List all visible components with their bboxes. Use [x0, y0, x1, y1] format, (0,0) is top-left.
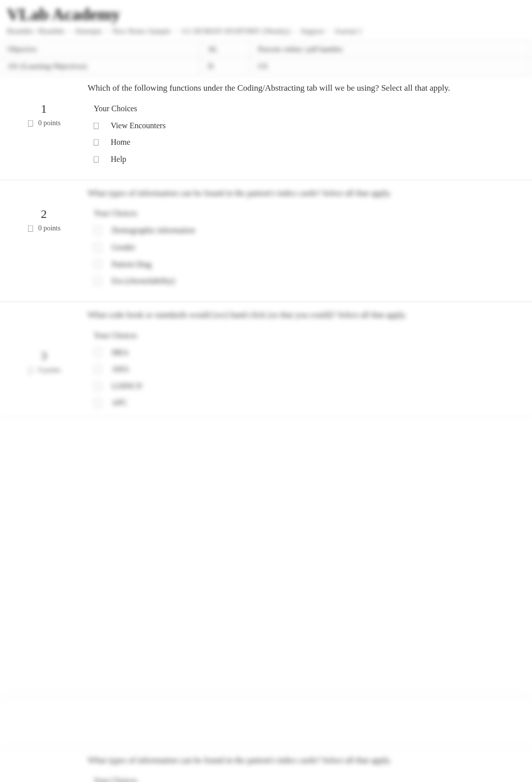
checkbox-icon[interactable] — [94, 382, 102, 390]
question-block-4: What types of information can be found i… — [0, 747, 532, 782]
choice-row[interactable]: Era (chronolability) — [88, 273, 522, 290]
checkbox-icon[interactable]: ⎕ — [94, 155, 101, 164]
points-label: 0 points — [38, 119, 61, 127]
info-table: Objective AL Parsons online | pdf handin… — [0, 41, 532, 75]
status-icon: ⎕ — [27, 366, 34, 375]
chevron-right-icon: › — [175, 27, 177, 35]
question-body: What types of information can be found i… — [88, 754, 532, 782]
status-icon: ⎕ — [27, 224, 34, 233]
cell-value: US — [251, 58, 532, 75]
choice-row[interactable]: LOINC® — [88, 378, 522, 395]
question-body: Which of the following functions under t… — [88, 82, 532, 168]
cell-value: Parsons online | pdf handins — [251, 41, 532, 58]
choice-label: Demographic information — [112, 224, 195, 237]
cell-label: 101 (Learning Objectives) — [1, 58, 201, 75]
cell-label: Objective — [1, 41, 201, 58]
breadcrumb-item[interactable]: Bramble / Bramble — [7, 27, 65, 35]
question-prompt: What types of information can be found i… — [88, 187, 522, 199]
question-side: 1 ⎕ 0 points — [0, 82, 88, 128]
choice-row[interactable]: AHA — [88, 361, 522, 378]
checkbox-icon[interactable] — [94, 226, 102, 234]
question-prompt: What code book or standards would (we) h… — [88, 309, 522, 321]
choice-label: Gender — [112, 241, 135, 254]
choices-header: Your Choices — [94, 776, 522, 782]
points-label: 0 points — [38, 366, 61, 374]
page-title: VLab Academy — [0, 0, 532, 27]
checkbox-icon[interactable] — [94, 365, 102, 373]
choice-label: LOINC® — [112, 380, 142, 393]
points-label: 0 points — [38, 224, 61, 232]
checkbox-icon[interactable] — [94, 277, 102, 285]
cell-value: D — [201, 58, 251, 75]
cell-value: AL — [201, 41, 251, 58]
choices-header: Your Choices — [94, 331, 522, 340]
choice-row[interactable]: ⎕ Home — [88, 134, 522, 151]
choice-row[interactable]: APC — [88, 394, 522, 411]
ad-region — [0, 417, 532, 697]
question-side: 3 ⎕ 0 points — [0, 309, 88, 375]
table-row: 101 (Learning Objectives) D US — [1, 58, 532, 75]
question-side: 2 ⎕ 0 points — [0, 187, 88, 233]
choice-row[interactable]: Demographic information — [88, 222, 522, 239]
chevron-right-icon: › — [328, 27, 331, 35]
choice-label: APC — [112, 396, 127, 409]
choice-label: View Encounters — [111, 119, 166, 132]
table-row: Objective AL Parsons online | pdf handin… — [1, 41, 532, 58]
choice-label: AHA — [112, 363, 129, 376]
choice-row[interactable]: ⎕ View Encounters — [88, 117, 522, 134]
choice-label: HRA — [112, 346, 129, 359]
question-number: 2 — [0, 207, 88, 221]
breadcrumb-item[interactable]: Journal 1 — [335, 27, 362, 35]
chevron-right-icon: › — [294, 27, 297, 35]
spacer — [0, 697, 532, 747]
checkbox-icon[interactable] — [94, 243, 102, 251]
checkbox-icon[interactable]: ⎕ — [94, 121, 101, 130]
choice-label: Patient Diag — [112, 258, 152, 271]
question-number: 1 — [0, 102, 88, 116]
breadcrumb-item[interactable]: Support — [301, 27, 325, 35]
checkbox-icon[interactable] — [94, 260, 102, 268]
breadcrumb-item[interactable]: 111 HUMAN ANATOMY (Weekly) — [181, 27, 290, 35]
choices-header: Your Choices — [94, 209, 522, 218]
choice-label: Home — [111, 136, 130, 149]
question-block-1: 1 ⎕ 0 points Which of the following func… — [0, 75, 532, 180]
checkbox-icon[interactable]: ⎕ — [94, 138, 101, 147]
choice-row[interactable]: HRA — [88, 344, 522, 361]
question-prompt: Which of the following functions under t… — [88, 82, 522, 94]
question-number: 3 — [0, 349, 88, 363]
chevron-right-icon: › — [69, 27, 71, 35]
breadcrumb-item[interactable]: New Remo Sample — [112, 27, 171, 35]
question-body: What types of information can be found i… — [88, 187, 532, 290]
chevron-right-icon: › — [106, 27, 108, 35]
choice-row[interactable]: ⎕ Help — [88, 151, 522, 168]
choice-row[interactable]: Patient Diag — [88, 256, 522, 273]
question-block-2: 2 ⎕ 0 points What types of information c… — [0, 180, 532, 302]
choices-header: Your Choices — [94, 104, 522, 113]
question-body: What code book or standards would (we) h… — [88, 309, 532, 411]
breadcrumb-item[interactable]: Attempts — [75, 27, 102, 35]
question-side — [0, 754, 88, 774]
breadcrumb: Bramble / Bramble › Attempts › New Remo … — [0, 27, 532, 41]
checkbox-icon[interactable] — [94, 348, 102, 356]
question-block-3: 3 ⎕ 0 points What code book or standards… — [0, 302, 532, 417]
choice-label: Era (chronolability) — [112, 275, 175, 288]
checkbox-icon[interactable] — [94, 399, 102, 407]
choice-row[interactable]: Gender — [88, 239, 522, 256]
choice-label: Help — [111, 153, 126, 166]
question-prompt: What types of information can be found i… — [88, 754, 522, 766]
status-icon: ⎕ — [27, 119, 34, 128]
